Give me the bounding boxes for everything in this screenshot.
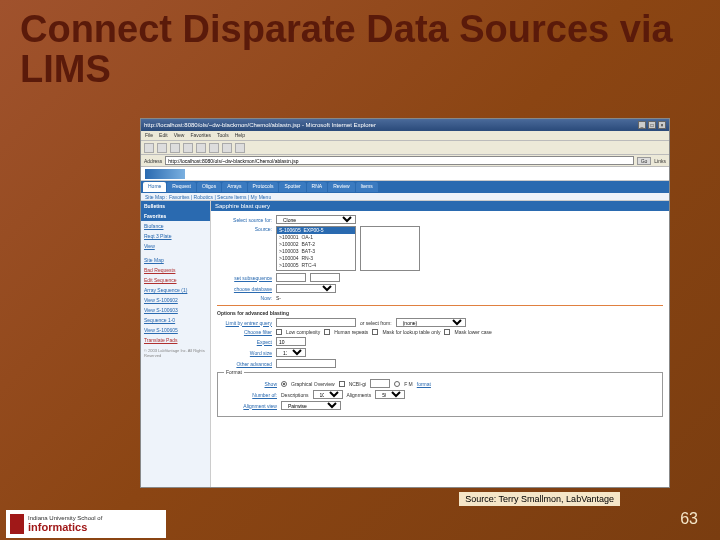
- subseq-from[interactable]: [276, 273, 306, 282]
- select-source-label: Select source for:: [217, 217, 272, 223]
- content-header: Sapphire blast query: [211, 201, 669, 211]
- list-item[interactable]: >100005 RTC-4: [277, 262, 355, 269]
- source-label: Source:: [217, 226, 272, 232]
- alignments-select[interactable]: 50: [375, 390, 405, 399]
- sidebar-item[interactable]: Array Sequence (1): [141, 285, 210, 295]
- sidebar-item[interactable]: Bad Requests: [141, 265, 210, 275]
- format-legend: Format: [224, 369, 244, 375]
- radio-fm-label: F M: [404, 381, 413, 387]
- labvantage-logo: [145, 169, 185, 179]
- search-button[interactable]: [209, 143, 219, 153]
- menu-view[interactable]: View: [174, 132, 185, 139]
- app-nav: Home Request Oligos Arrays Protocols Spo…: [141, 181, 669, 193]
- word-size-label[interactable]: Word size: [217, 350, 272, 356]
- list-item[interactable]: >100003 BAT-3: [277, 248, 355, 255]
- choose-filter-label[interactable]: Choose filter: [217, 329, 272, 335]
- list-item[interactable]: >100004 RN-3: [277, 255, 355, 262]
- cb-mask-lookup[interactable]: [372, 329, 378, 335]
- tab-review[interactable]: Review: [328, 182, 354, 192]
- radio-graphical[interactable]: [281, 381, 287, 387]
- now-value: S-: [276, 295, 281, 301]
- address-input[interactable]: [165, 156, 633, 165]
- tab-arrays[interactable]: Arrays: [222, 182, 246, 192]
- sidebar-header-favorites: Favorites: [141, 211, 210, 221]
- sidebar-item[interactable]: Biofance: [141, 221, 210, 231]
- home-button[interactable]: [196, 143, 206, 153]
- database-select[interactable]: [276, 284, 336, 293]
- sidebar-item[interactable]: Edit Sequence: [141, 275, 210, 285]
- radio-fm[interactable]: [394, 381, 400, 387]
- tab-request[interactable]: Request: [167, 182, 196, 192]
- subseq-to[interactable]: [310, 273, 340, 282]
- cb-mask-label: Mask for lookup table only: [382, 329, 440, 335]
- choose-database-link[interactable]: choose database: [217, 286, 272, 292]
- sidebar-item[interactable]: Reqt 3 Plate: [141, 231, 210, 241]
- sidebar-item[interactable]: Sequence 1-0: [141, 315, 210, 325]
- expect-input[interactable]: [276, 337, 306, 346]
- descriptions-select[interactable]: 100: [313, 390, 343, 399]
- format-link[interactable]: format: [417, 381, 431, 387]
- list-item[interactable]: >100001 OA-1: [277, 234, 355, 241]
- sidebar-item[interactable]: View S-100605: [141, 325, 210, 335]
- show-label[interactable]: Show: [222, 381, 277, 387]
- word-size-select[interactable]: 11: [276, 348, 306, 357]
- close-button[interactable]: ×: [658, 121, 666, 129]
- tab-rna[interactable]: RNA: [307, 182, 328, 192]
- sidebar: Bulletins Favorites Biofance Reqt 3 Plat…: [141, 201, 211, 487]
- cb-mask-lower[interactable]: [444, 329, 450, 335]
- tab-protocols[interactable]: Protocols: [248, 182, 279, 192]
- menu-tools[interactable]: Tools: [217, 132, 229, 139]
- app-screenshot: http://localhost:8080/ols/~dw-blackmon/C…: [140, 118, 670, 488]
- sidebar-item[interactable]: View S-100602: [141, 295, 210, 305]
- or-select-dropdown[interactable]: (none): [396, 318, 466, 327]
- maximize-button[interactable]: □: [648, 121, 656, 129]
- history-button[interactable]: [235, 143, 245, 153]
- sidebar-item[interactable]: View S-100603: [141, 305, 210, 315]
- minimize-button[interactable]: _: [638, 121, 646, 129]
- other-advanced-input[interactable]: [276, 359, 336, 368]
- sidebar-item[interactable]: Site Map: [141, 255, 210, 265]
- cb-low-complexity[interactable]: [276, 329, 282, 335]
- align-view-label[interactable]: Alignment view: [222, 403, 277, 409]
- limit-label[interactable]: Limit by entrez query: [217, 320, 272, 326]
- stop-button[interactable]: [170, 143, 180, 153]
- entrez-query-input[interactable]: [276, 318, 356, 327]
- cb-ncbi-gi[interactable]: [339, 381, 345, 387]
- sidebar-copyright: © 2003 LabVantage Inc. All Rights Reserv…: [141, 345, 210, 361]
- links-label[interactable]: Links: [654, 158, 666, 164]
- cb-lower-label: Mask lower case: [454, 329, 491, 335]
- sidebar-header-bulletins: Bulletins: [141, 201, 210, 211]
- tab-items[interactable]: Items: [356, 182, 378, 192]
- app-viewport: Home Request Oligos Arrays Protocols Spo…: [141, 167, 669, 487]
- num-of-label[interactable]: Number of:: [222, 392, 277, 398]
- fmt-input1[interactable]: [370, 379, 390, 388]
- go-button[interactable]: Go: [637, 157, 652, 165]
- other-advanced-label[interactable]: Other advanced: [217, 361, 272, 367]
- tab-spotter[interactable]: Spotter: [279, 182, 305, 192]
- list-item[interactable]: S-100605 EXP00-5: [277, 227, 355, 234]
- expect-label[interactable]: Expect: [217, 339, 272, 345]
- or-select-label: or select from:: [360, 320, 392, 326]
- footer-brand: informatics: [28, 521, 102, 533]
- select-source-dropdown[interactable]: Clone: [276, 215, 356, 224]
- tab-home[interactable]: Home: [143, 182, 166, 192]
- refresh-button[interactable]: [183, 143, 193, 153]
- menu-edit[interactable]: Edit: [159, 132, 168, 139]
- source-listbox[interactable]: S-100605 EXP00-5 >100001 OA-1 >100002 BA…: [276, 226, 356, 271]
- set-subsequence-link[interactable]: set subsequence: [217, 275, 272, 281]
- menu-favorites[interactable]: Favorites: [190, 132, 211, 139]
- list-item[interactable]: >100002 BAT-2: [277, 241, 355, 248]
- menu-help[interactable]: Help: [235, 132, 245, 139]
- sidebar-item[interactable]: View: [141, 241, 210, 251]
- tab-oligos[interactable]: Oligos: [197, 182, 221, 192]
- menu-file[interactable]: File: [145, 132, 153, 139]
- align-view-select[interactable]: Pairwise: [281, 401, 341, 410]
- back-button[interactable]: [144, 143, 154, 153]
- favorites-button[interactable]: [222, 143, 232, 153]
- app-logo-bar: [141, 167, 669, 181]
- sidebar-item[interactable]: Translate Pads: [141, 335, 210, 345]
- forward-button[interactable]: [157, 143, 167, 153]
- source-citation: Source: Terry Smallmon, LabVantage: [459, 492, 620, 506]
- cb-human-repeats[interactable]: [324, 329, 330, 335]
- app-submenu: Site Map : Favorites | Robotics | Secure…: [141, 193, 669, 201]
